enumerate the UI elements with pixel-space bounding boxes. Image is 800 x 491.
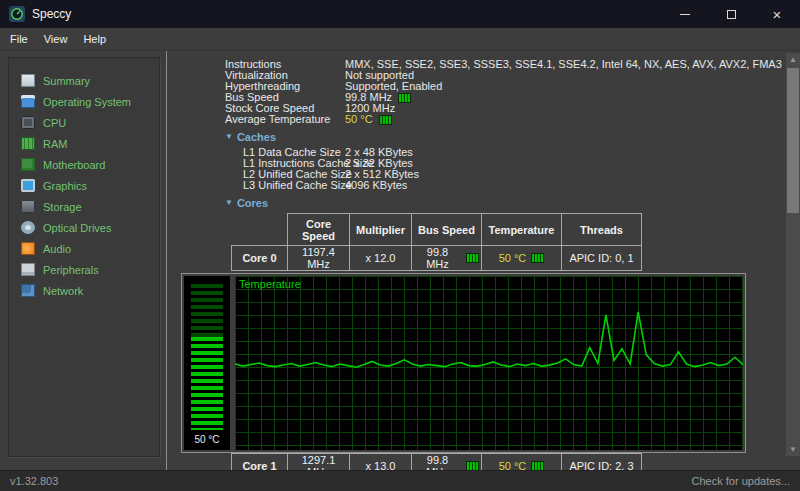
sidebar-item-optical-drives[interactable]: Optical Drives — [9, 217, 159, 238]
optical-drives-icon — [21, 221, 35, 234]
sidebar-item-label: Optical Drives — [43, 222, 111, 234]
cpu-details: Instructions MMX, SSE, SSE2, SSE3, SSSE3… — [167, 51, 786, 470]
sidebar-item-graphics[interactable]: Graphics — [9, 175, 159, 196]
collapse-arrow-icon: ▼ — [225, 199, 233, 207]
column-header-core-speed: Core Speed — [288, 214, 350, 246]
sidebar-item-ram[interactable]: RAM — [9, 133, 159, 154]
motherboard-icon — [21, 158, 35, 171]
section-label: Caches — [237, 131, 276, 143]
titlebar[interactable]: Speccy × — [0, 0, 800, 28]
core0-multiplier: x 12.0 — [350, 246, 412, 271]
level-bar-icon — [531, 253, 544, 263]
core1-threads: APIC ID: 2, 3 — [562, 454, 642, 471]
column-header-temperature: Temperature — [482, 214, 562, 246]
minimize-button[interactable] — [662, 0, 708, 28]
level-bar-icon — [379, 115, 392, 125]
temperature-value: 50 °C — [345, 114, 373, 125]
sidebar-item-peripherals[interactable]: Peripherals — [9, 259, 159, 280]
sidebar-item-network[interactable]: Network — [9, 280, 159, 301]
vertical-scrollbar[interactable]: ▲ ▼ — [786, 53, 800, 456]
temperature-plot: Temperature — [235, 276, 743, 450]
speccy-logo-icon — [9, 6, 25, 22]
core1-core-speed: 1297.1 MHz — [288, 454, 350, 471]
content-panel: Instructions MMX, SSE, SSE2, SSE3, SSSE3… — [166, 51, 800, 470]
sidebar-item-label: Graphics — [43, 180, 87, 192]
sidebar-item-label: Peripherals — [43, 264, 99, 276]
collapse-arrow-icon: ▼ — [225, 133, 233, 141]
core1-name: Core 1 — [232, 454, 288, 471]
table-corner-cell — [232, 214, 288, 246]
detail-row-average-temperature: Average Temperature 50 °C — [225, 114, 786, 125]
operating-system-icon — [21, 95, 35, 108]
cache-row-l3-unified: L3 Unified Cache Size 4096 KBytes — [225, 180, 786, 191]
minimize-icon — [680, 14, 690, 15]
sidebar-item-audio[interactable]: Audio — [9, 238, 159, 259]
graphics-icon — [21, 179, 35, 192]
column-header-multiplier: Multiplier — [350, 214, 412, 246]
core1-row: Core 1 1297.1 MHz x 13.0 99.8 MHz 50 °C … — [232, 454, 642, 471]
column-header-threads: Threads — [562, 214, 642, 246]
temperature-line-svg — [235, 276, 743, 450]
level-bar-icon — [466, 461, 479, 470]
core0-core-speed: 1197.4 MHz — [288, 246, 350, 271]
speccy-window: Speccy × File View Help Summary Operatin… — [0, 0, 800, 491]
core0-threads: APIC ID: 0, 1 — [562, 246, 642, 271]
core1-multiplier: x 13.0 — [350, 454, 412, 471]
version-label: v1.32.803 — [10, 475, 58, 487]
sidebar-item-label: Network — [43, 285, 83, 297]
sidebar-item-label: RAM — [43, 138, 67, 150]
level-bar-icon — [466, 253, 479, 263]
core1-temperature: 50 °C — [482, 454, 562, 471]
detail-value: 4096 KBytes — [345, 180, 407, 191]
scroll-up-icon[interactable]: ▲ — [786, 53, 800, 66]
sidebar-item-label: Audio — [43, 243, 71, 255]
level-bar-icon — [531, 461, 544, 470]
level-bar-icon — [398, 93, 411, 103]
detail-row-virtualization: Virtualization Not supported — [225, 70, 786, 81]
sidebar-item-operating-system[interactable]: Operating System — [9, 91, 159, 112]
gauge-bar-icon — [191, 284, 223, 430]
sidebar-item-motherboard[interactable]: Motherboard — [9, 154, 159, 175]
peripherals-icon — [21, 263, 35, 276]
check-for-updates-link[interactable]: Check for updates... — [692, 475, 790, 487]
temperature-gauge: 50 °C — [184, 276, 230, 450]
section-caches[interactable]: ▼ Caches — [225, 131, 786, 143]
network-icon — [21, 284, 35, 297]
detail-label: L3 Unified Cache Size — [225, 180, 345, 191]
maximize-icon — [727, 10, 736, 19]
sidebar: Summary Operating System CPU RAM Motherb… — [8, 57, 160, 457]
window-title: Speccy — [32, 7, 71, 21]
ram-icon — [21, 137, 35, 150]
section-cores[interactable]: ▼ Cores — [225, 197, 786, 209]
column-header-bus-speed: Bus Speed — [412, 214, 482, 246]
close-icon: × — [773, 7, 782, 22]
summary-icon — [21, 74, 35, 87]
temperature-graph: 50 °C Temperature — [181, 273, 746, 453]
detail-row-instructions: Instructions MMX, SSE, SSE2, SSE3, SSSE3… — [225, 59, 786, 70]
detail-row-hyperthreading: Hyperthreading Supported, Enabled — [225, 81, 786, 92]
section-label: Cores — [237, 197, 268, 209]
sidebar-item-label: Storage — [43, 201, 82, 213]
menubar: File View Help — [0, 28, 800, 51]
maximize-button[interactable] — [708, 0, 754, 28]
core0-row: Core 0 1197.4 MHz x 12.0 99.8 MHz 50 °C … — [232, 246, 642, 271]
menu-file[interactable]: File — [2, 30, 36, 48]
core0-name: Core 0 — [232, 246, 288, 271]
close-button[interactable]: × — [754, 0, 800, 28]
scroll-down-icon[interactable]: ▼ — [786, 443, 800, 456]
audio-icon — [21, 242, 35, 255]
core0-temperature: 50 °C — [482, 246, 562, 271]
scrollbar-thumb[interactable] — [787, 68, 799, 213]
main-body: Summary Operating System CPU RAM Motherb… — [0, 51, 800, 470]
sidebar-item-label: Motherboard — [43, 159, 105, 171]
sidebar-item-storage[interactable]: Storage — [9, 196, 159, 217]
window-controls: × — [662, 0, 800, 28]
sidebar-item-cpu[interactable]: CPU — [9, 112, 159, 133]
sidebar-item-summary[interactable]: Summary — [9, 70, 159, 91]
statusbar: v1.32.803 Check for updates... — [0, 470, 800, 491]
cpu-icon — [21, 116, 35, 129]
detail-label: Average Temperature — [225, 114, 345, 125]
menu-view[interactable]: View — [36, 30, 76, 48]
sidebar-item-label: Operating System — [43, 96, 131, 108]
menu-help[interactable]: Help — [75, 30, 114, 48]
